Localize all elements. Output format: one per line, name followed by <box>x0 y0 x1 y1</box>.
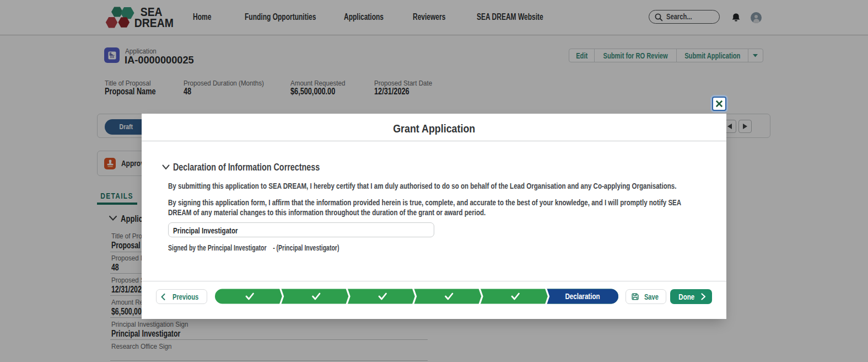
svg-text:Declaration: Declaration <box>565 291 600 301</box>
